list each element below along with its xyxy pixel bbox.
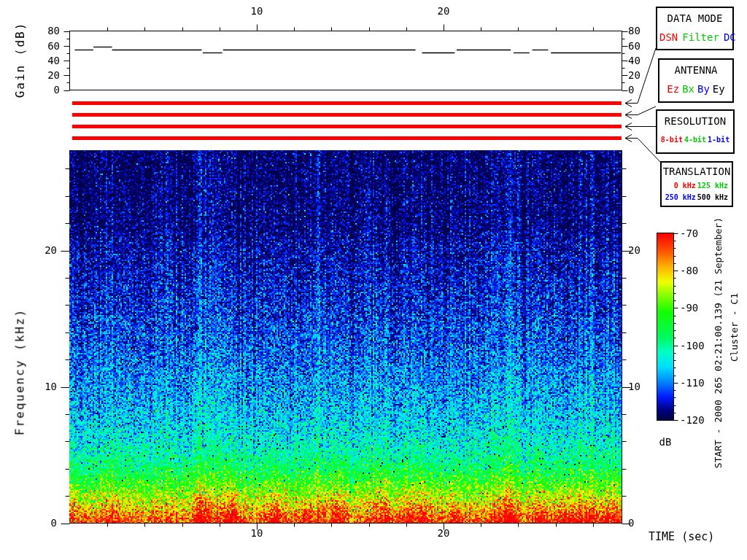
top-axis-tick-label: 10 [245,6,268,16]
colorbar-tick-label: -80 [680,265,698,276]
legend-value: 4-bit [684,136,706,144]
gain-ytick-left: 80 [41,26,60,36]
colorbar-tick-label: -110 [680,378,705,388]
gain-ytick-right: 0 [628,85,634,95]
legend-box-antenna: ANTENNA EzBxByEy [658,58,734,103]
legend-box-data-mode: DATA MODE DSNFilterDC [656,7,734,50]
gain-ytick-right: 40 [628,55,640,66]
legend-value: 8-bit [661,136,683,144]
legend-value: Ez [667,83,679,95]
gain-ytick-right: 20 [628,70,640,80]
spacecraft-annotation: Cluster - C1 [729,293,740,362]
legend-values: DSNFilterDC [657,31,732,43]
colorbar-canvas [655,231,684,424]
status-bar-resolution [72,125,622,128]
legend-value: Ey [713,83,725,95]
legend-value: DC [724,31,736,43]
status-bar-translation [72,136,622,140]
colorbar-tick-label: -120 [680,415,705,425]
gain-ytick-left: 60 [41,41,60,51]
legend-box-translation: TRANSLATION 0 kHz125 kHz 250 kHz500 kHz [660,161,733,207]
gain-ytick-right: 60 [628,41,640,51]
status-bar-antenna [72,113,622,117]
legend-value: Bx [682,83,694,95]
legend-value: Filter [682,31,719,43]
legend-value: 1-bit [708,136,729,144]
top-axis-tick-label: 20 [432,6,455,16]
frequency-axis-title: Frequency (kHz) [13,308,27,436]
colorbar-tick-label: -100 [680,341,705,351]
wbd-spectrogram-screen: Gain (dB) 10 20 80 60 40 20 0 80 60 40 2… [0,0,747,560]
legend-title: RESOLUTION [657,115,733,127]
gain-trace-canvas [69,31,622,90]
legend-row: 250 kHz500 kHz [662,192,732,203]
legend-value: 250 kHz [665,193,696,201]
legend-title: DATA MODE [657,12,732,24]
legend-value: 500 kHz [697,193,728,201]
gain-ytick-left: 40 [41,55,60,66]
gain-axis-title: Gain (dB) [13,22,27,98]
legend-value: 125 kHz [697,182,728,190]
gain-ytick-left: 0 [41,85,60,95]
legend-title: TRANSLATION [662,166,732,177]
status-bar-data-mode [72,101,622,105]
legend-title: ANTENNA [659,64,732,76]
spectrogram-canvas [69,150,622,523]
time-xtick-label: 10 [245,528,268,538]
freq-ytick-left: 10 [38,381,57,392]
gain-ytick-right: 80 [628,26,640,36]
freq-ytick-right: 20 [628,245,640,255]
freq-ytick-left: 20 [38,245,57,255]
start-time-annotation: START - 2000 265 02:21:00.139 (21 Septem… [713,217,724,468]
legend-box-resolution: RESOLUTION 8-bit4-bit1-bit [656,109,735,154]
gain-ytick-left: 20 [41,70,60,80]
colorbar-tick-label: -70 [680,228,698,238]
time-axis-title: TIME (sec) [649,532,714,542]
legend-values: 8-bit4-bit1-bit [657,136,733,144]
colorbar-tick-label: -90 [680,303,698,313]
freq-ytick-left: 0 [38,518,57,528]
legend-value: DSN [659,31,678,43]
colorbar-unit-label: dB [654,437,676,447]
time-xtick-label: 20 [432,528,455,538]
legend-value: 0 kHz [674,182,696,190]
legend-row: 0 kHz125 kHz [662,181,732,191]
legend-values: EzBxByEy [659,83,732,95]
freq-ytick-right: 0 [628,518,634,528]
legend-value: By [697,83,710,95]
freq-ytick-right: 10 [628,381,640,392]
